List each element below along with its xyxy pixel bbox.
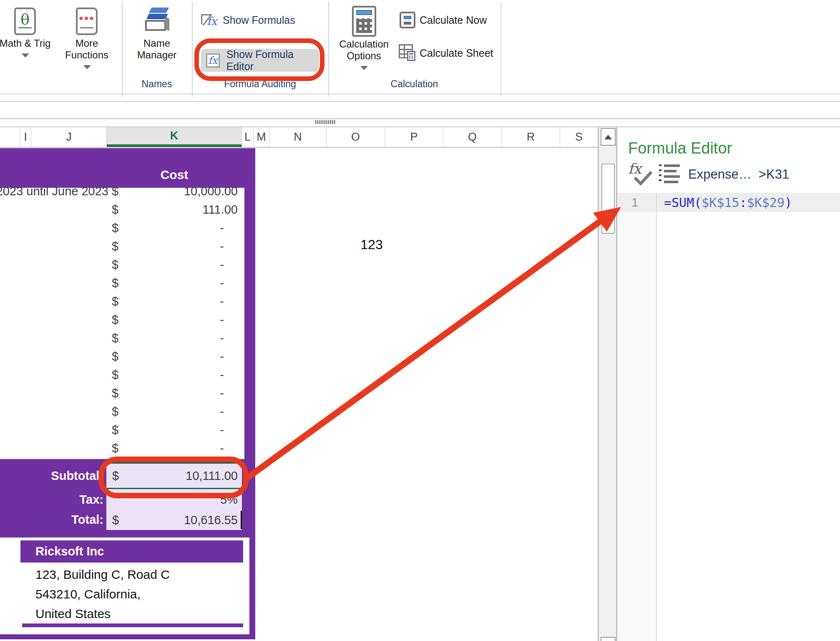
more-functions-icon: ••• xyxy=(76,8,98,35)
expense-row-label: 2023 until June 2023 xyxy=(0,182,108,200)
calculate-now-icon xyxy=(400,12,415,28)
column-header-P[interactable]: P xyxy=(385,127,443,147)
formula-bar-bottom-line xyxy=(0,118,840,119)
table-outer-bottom-border xyxy=(0,634,255,639)
cost-value: - xyxy=(112,347,238,366)
formula-part: =SUM( xyxy=(664,195,702,210)
calculate-now-button[interactable]: Calculate Now xyxy=(397,11,493,29)
formula-part: : xyxy=(739,195,747,210)
company-address-line3[interactable]: United States xyxy=(35,607,111,621)
company-name: Ricksoft Inc xyxy=(35,545,104,558)
cost-value: - xyxy=(112,219,238,237)
cost-value: - xyxy=(112,402,238,421)
company-underline xyxy=(22,623,243,627)
column-header-O[interactable]: O xyxy=(327,127,385,147)
cost-column-header[interactable]: Cost xyxy=(138,168,211,182)
more-functions-button[interactable]: ••• More Functions xyxy=(62,3,112,72)
column-header-S[interactable]: S xyxy=(560,127,598,147)
expense-row[interactable]: $- xyxy=(0,292,244,310)
name-manager-label-2: Manager xyxy=(132,49,182,61)
column-header-L[interactable]: L xyxy=(242,127,254,147)
scrollbar-up-button[interactable] xyxy=(601,128,616,146)
math-trig-dropdown-icon[interactable] xyxy=(22,53,29,58)
expense-row[interactable]: $- xyxy=(0,255,244,274)
calculate-sheet-button[interactable]: Calculate Sheet xyxy=(397,43,497,63)
scrollbar-thumb[interactable] xyxy=(601,164,615,234)
calculate-sheet-label: Calculate Sheet xyxy=(420,47,493,59)
group-label-calculation: Calculation xyxy=(328,78,500,90)
cost-value: - xyxy=(112,439,238,457)
expense-row[interactable]: $- xyxy=(0,274,244,292)
expense-row[interactable]: $- xyxy=(0,366,244,384)
formula-line-number: 1 xyxy=(617,193,652,212)
expense-row[interactable]: $- xyxy=(0,439,244,457)
calculate-sheet-icon xyxy=(399,44,416,62)
formula-list-icon[interactable] xyxy=(659,164,680,184)
company-address-line1[interactable]: 123, Building C, Road C xyxy=(35,568,170,582)
more-functions-label-2: Functions xyxy=(62,49,112,61)
column-header-R[interactable]: R xyxy=(502,127,560,147)
formula-part: $K$15 xyxy=(702,195,739,210)
total-label: Total: xyxy=(0,510,103,529)
cost-value: - xyxy=(112,274,238,292)
expense-rows[interactable]: 2023 until June 2023$10,000.00$111.00$-$… xyxy=(0,182,244,459)
formula-editor-title: Formula Editor xyxy=(628,139,732,157)
calculation-options-button[interactable]: Calculation Options xyxy=(334,3,394,73)
column-header-K[interactable]: K xyxy=(107,127,242,147)
formula-check-icon[interactable]: fx xyxy=(628,162,651,186)
calculation-options-label-1: Calculation xyxy=(334,38,394,50)
name-manager-icon xyxy=(144,7,170,33)
calculation-options-dropdown-icon[interactable] xyxy=(360,66,368,70)
name-manager-button[interactable]: Name Manager xyxy=(132,3,182,62)
expense-row[interactable]: 2023 until June 2023$10,000.00 xyxy=(0,182,244,200)
formula-part: $K$29 xyxy=(747,195,785,210)
cost-value: 111.00 xyxy=(112,200,238,219)
expense-row[interactable]: $- xyxy=(0,329,244,347)
total-currency: $ xyxy=(112,510,119,530)
show-formulas-label: Show Formulas xyxy=(223,14,295,26)
column-header-row[interactable]: IJKLMNOPQRS xyxy=(0,127,598,148)
column-header-N[interactable]: N xyxy=(269,127,327,147)
expense-row[interactable]: $- xyxy=(0,384,244,402)
tax-label: Tax: xyxy=(0,490,103,509)
column-header-stub[interactable] xyxy=(0,127,20,147)
math-trig-button[interactable]: θ Math & Trig xyxy=(0,3,50,66)
cost-value: - xyxy=(112,255,238,274)
expense-row[interactable]: $- xyxy=(0,347,244,366)
cost-value: 10,000.00 xyxy=(112,182,238,200)
cost-value: - xyxy=(112,421,238,439)
column-header-I[interactable]: I xyxy=(20,127,31,147)
name-manager-label-1: Name xyxy=(132,38,182,49)
calculation-options-label-2: Options xyxy=(334,50,394,62)
more-functions-dropdown-icon[interactable] xyxy=(83,65,91,69)
expense-row[interactable]: $- xyxy=(0,402,244,421)
math-trig-icon: θ xyxy=(14,8,36,35)
subtotal-label: Subtotal: xyxy=(0,467,103,485)
expense-row[interactable]: $- xyxy=(0,237,244,255)
expense-row[interactable]: $- xyxy=(0,421,244,439)
cell-value-123[interactable]: 123 xyxy=(358,237,385,252)
cost-value: - xyxy=(112,292,238,310)
show-formulas-button[interactable]: fx Show Formulas xyxy=(199,12,319,30)
column-header-M[interactable]: M xyxy=(254,127,269,147)
company-address-line2[interactable]: 543210, California, xyxy=(35,587,141,601)
total-cell[interactable]: $ 10,616.55 xyxy=(106,510,242,530)
scroll-up-icon xyxy=(604,135,612,139)
table-outer-right-border xyxy=(249,538,255,639)
column-header-Q[interactable]: Q xyxy=(443,127,502,147)
expense-row[interactable]: $111.00 xyxy=(0,200,244,219)
group-label-names: Names xyxy=(122,78,192,90)
ribbon-bottom-line xyxy=(0,93,840,94)
more-functions-label-1: More xyxy=(62,38,112,49)
formula-cell-reference: Expense… >K31 xyxy=(688,167,789,182)
scrollbar-down-button[interactable] xyxy=(601,637,616,641)
cost-value: - xyxy=(112,329,238,347)
pane-grip-icon[interactable] xyxy=(315,120,336,124)
math-trig-label: Math & Trig xyxy=(0,38,53,49)
expense-row[interactable]: $- xyxy=(0,310,244,329)
formula-input[interactable]: =SUM($K$15:$K$29) xyxy=(664,193,792,212)
show-formulas-icon: fx xyxy=(201,14,217,28)
column-header-J[interactable]: J xyxy=(31,127,107,147)
expense-row[interactable]: $- xyxy=(0,219,244,237)
annotation-ring-subtotal xyxy=(98,457,249,498)
